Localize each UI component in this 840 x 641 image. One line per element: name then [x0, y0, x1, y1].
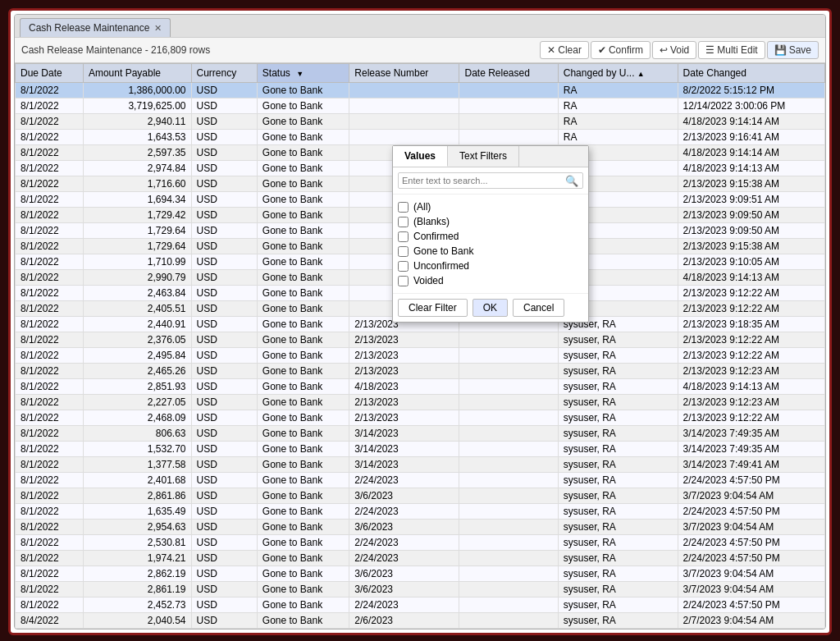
col-header-currency[interactable]: Currency [191, 64, 257, 83]
save-label: Save [789, 44, 811, 56]
table-row[interactable]: 8/1/20222,401.68USDGone to Bank2/24/2023… [16, 473, 825, 488]
cancel-button[interactable]: Cancel [513, 299, 564, 317]
grid-container: Due Date Amount Payable Currency Status … [15, 63, 825, 629]
clear-icon: ✕ [547, 44, 555, 56]
filter-tab-text[interactable]: Text Filters [448, 146, 519, 167]
tab-close-icon[interactable]: ✕ [154, 23, 162, 34]
filter-dropdown-icon[interactable]: ▼ [296, 70, 304, 78]
save-button[interactable]: 💾 Save [767, 41, 819, 59]
confirm-button[interactable]: ✔ Confirm [591, 41, 651, 59]
filter-search: 🔍 [393, 167, 588, 195]
col-header-release-number[interactable]: Release Number [349, 64, 459, 83]
confirm-label: Confirm [609, 44, 643, 56]
col-header-changed-by-u[interactable]: Changed by U... ▲ [558, 64, 678, 83]
table-row[interactable]: 8/1/20222,530.81USDGone to Bank2/24/2023… [16, 535, 825, 551]
window: Cash Release Maintenance ✕ Cash Release … [14, 14, 826, 630]
table-row[interactable]: 8/1/20223,719,625.00USDGone to BankRA12/… [16, 98, 825, 114]
table-row[interactable]: 8/1/20221,532.70USDGone to Bank3/14/2023… [16, 442, 825, 457]
outer-border: Cash Release Maintenance ✕ Cash Release … [8, 8, 832, 635]
table-row[interactable]: 8/1/20222,862.19USDGone to Bank3/6/2023s… [16, 566, 825, 582]
filter-option-item[interactable]: Voided [398, 273, 583, 288]
toolbar-title: Cash Release Maintenance - 216,809 rows [21, 44, 210, 56]
table-row[interactable]: 8/1/20221,386,000.00USDGone to BankRA8/2… [16, 83, 825, 98]
table-row[interactable]: 8/1/20222,940.11USDGone to BankRA4/18/20… [16, 114, 825, 130]
sort-asc-icon: ▲ [637, 70, 645, 78]
void-button[interactable]: ↩ Void [652, 41, 696, 59]
search-icon: 🔍 [565, 175, 578, 187]
tab-bar: Cash Release Maintenance ✕ [15, 15, 825, 38]
filter-tabs: Values Text Filters [393, 146, 588, 167]
filter-tab-values[interactable]: Values [393, 146, 448, 167]
table-row[interactable]: 8/1/2022806.63USDGone to Bank3/14/2023sy… [16, 426, 825, 442]
table-row[interactable]: 8/1/20222,851.93USDGone to Bank4/18/2023… [16, 379, 825, 395]
multiedit-icon: ☰ [705, 44, 714, 56]
filter-option-item[interactable]: Unconfirmed [398, 259, 583, 273]
tab-label: Cash Release Maintenance [29, 22, 149, 34]
table-row[interactable]: 8/1/20221,377.58USDGone to Bank3/14/2023… [16, 457, 825, 473]
table-row[interactable]: 8/4/20222,040.54USDGone to Bank2/6/2023s… [16, 613, 825, 629]
table-row[interactable]: 8/1/20222,954.63USDGone to Bank3/6/2023s… [16, 520, 825, 535]
table-row[interactable]: 8/1/20222,861.19USDGone to Bank3/6/2023s… [16, 582, 825, 598]
col-header-date-released[interactable]: Date Released [459, 64, 558, 83]
multi-edit-button[interactable]: ☰ Multi Edit [698, 41, 765, 59]
table-row[interactable]: 8/1/20221,643.53USDGone to BankRA2/13/20… [16, 130, 825, 145]
filter-actions: Clear Filter OK Cancel [393, 293, 588, 322]
filter-option-item[interactable]: (All) [398, 199, 583, 214]
void-label: Void [670, 44, 689, 56]
multiedit-label: Multi Edit [717, 44, 757, 56]
clear-button[interactable]: ✕ Clear [540, 41, 589, 59]
clear-label: Clear [558, 44, 582, 56]
col-header-status[interactable]: Status ▼ [257, 64, 349, 83]
filter-option-item[interactable]: (Blanks) [398, 214, 583, 229]
table-row[interactable]: 8/1/20222,376.05USDGone to Bank2/13/2023… [16, 332, 825, 348]
table-row[interactable]: 8/1/20221,974.21USDGone to Bank2/24/2023… [16, 551, 825, 566]
table-row[interactable]: 8/1/20222,468.09USDGone to Bank2/13/2023… [16, 410, 825, 426]
toolbar: Cash Release Maintenance - 216,809 rows … [15, 38, 825, 63]
table-row[interactable]: 8/1/20222,227.05USDGone to Bank2/13/2023… [16, 395, 825, 410]
confirm-check-icon: ✔ [598, 44, 606, 56]
save-icon: 💾 [774, 44, 787, 56]
void-icon: ↩ [660, 44, 668, 56]
col-header-due-date[interactable]: Due Date [16, 64, 84, 83]
ok-button[interactable]: OK [472, 299, 508, 317]
toolbar-buttons: ✕ Clear ✔ Confirm ↩ Void ☰ Multi Edit 💾 [540, 41, 819, 59]
filter-option-item[interactable]: Confirmed [398, 229, 583, 244]
clear-filter-button[interactable]: Clear Filter [398, 299, 468, 317]
table-row[interactable]: 8/1/20222,861.86USDGone to Bank3/6/2023s… [16, 488, 825, 504]
col-header-amount-payable[interactable]: Amount Payable [83, 64, 191, 83]
table-row[interactable]: 8/1/20222,465.26USDGone to Bank2/13/2023… [16, 364, 825, 379]
grid-header-row: Due Date Amount Payable Currency Status … [16, 64, 825, 83]
table-row[interactable]: 8/1/20222,495.84USDGone to Bank2/13/2023… [16, 348, 825, 364]
filter-option-item[interactable]: Gone to Bank [398, 244, 583, 259]
table-row[interactable]: 8/1/20221,635.49USDGone to Bank2/24/2023… [16, 504, 825, 520]
filter-options: (All)(Blanks)ConfirmedGone to BankUnconf… [393, 195, 588, 293]
filter-dropdown: Values Text Filters 🔍 (All)(Blanks)Confi… [392, 145, 589, 323]
col-header-date-changed[interactable]: Date Changed [678, 64, 824, 83]
table-row[interactable]: 8/1/20222,452.73USDGone to Bank2/24/2023… [16, 598, 825, 613]
filter-search-input[interactable] [398, 172, 583, 189]
main-tab[interactable]: Cash Release Maintenance ✕ [20, 18, 171, 37]
